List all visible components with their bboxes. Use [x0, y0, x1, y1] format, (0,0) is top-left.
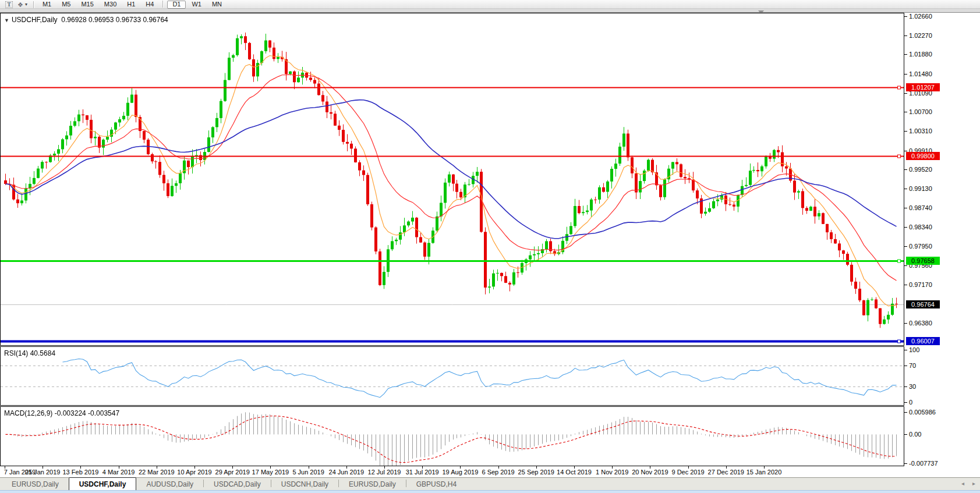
chart-ohlc-values: 0.96928 0.96953 0.96733 0.96764: [61, 16, 168, 24]
tab-eurusd-daily[interactable]: EURUSD,Daily: [339, 478, 406, 490]
axis-tick-label: 1.00310: [904, 127, 932, 135]
date-label: 5 Jun 2019: [292, 469, 324, 476]
date-label: 27 Dec 2019: [708, 469, 744, 476]
rsi-label: RSI(14) 40.5684: [4, 349, 55, 357]
axis-tick-label: 0.96380: [904, 320, 932, 327]
axis-tick-label: 100: [904, 346, 919, 354]
date-label: 29 Apr 2019: [215, 469, 250, 476]
axis-tick-label: 0.97950: [904, 243, 932, 250]
date-label: 25 Sep 2019: [518, 469, 554, 476]
tab-scroll-buttons: ◂▸: [961, 480, 975, 487]
date-label: 20 Nov 2019: [632, 469, 668, 476]
timeframe-button-m15[interactable]: M15: [76, 1, 98, 9]
tab-scroll-left-icon[interactable]: ◂: [961, 480, 964, 487]
window-bottom-edge: [0, 490, 980, 493]
timeframe-button-mn[interactable]: MN: [207, 1, 227, 9]
price-line-badge: 1.01207: [906, 83, 940, 91]
tab-eurusd-daily[interactable]: EURUSD,Daily: [2, 478, 69, 490]
macd-chart-canvas[interactable]: [1, 407, 904, 466]
tab-usdchf-daily[interactable]: USDCHF,Daily: [69, 477, 137, 490]
timeframe-button-d1[interactable]: D1: [167, 1, 186, 9]
price-axis: 1.026601.022701.018801.014801.010901.007…: [904, 13, 980, 477]
date-label: 24 Jun 2019: [329, 469, 365, 476]
chevron-down-icon: ▾: [25, 2, 27, 7]
tab-gbpusd-h4[interactable]: GBPUSD,H4: [406, 478, 466, 490]
tab-scroll-right-icon[interactable]: ▸: [972, 480, 975, 487]
date-label: 15 Jan 2020: [747, 469, 782, 476]
timeframe-button-m5[interactable]: M5: [57, 1, 75, 9]
price-line-badge: 0.97658: [906, 257, 940, 265]
text-label-icon: T: [5, 1, 13, 8]
date-label: 4 Mar 2019: [102, 469, 135, 476]
axis-tick-label: 0.00: [904, 431, 921, 438]
toolbar-separator: [33, 1, 34, 8]
axis-tick-label: 0: [904, 399, 912, 406]
macd-label: MACD(12,26,9) -0.003224 -0.003547: [4, 409, 119, 417]
chart-symbol-label: USDCHF,Daily: [12, 16, 58, 24]
price-chart-pane[interactable]: ▼USDCHF,Daily 0.96928 0.96953 0.96733 0.…: [0, 13, 904, 346]
axis-tick-label: 1.02270: [904, 32, 932, 40]
date-label: 12 Jul 2019: [368, 469, 401, 476]
date-label: 19 Aug 2019: [442, 469, 478, 476]
date-label: 31 Jul 2019: [406, 469, 439, 476]
tab-usdcnh-daily[interactable]: USDCNH,Daily: [271, 478, 338, 490]
axis-tick-label: 1.01880: [904, 51, 932, 58]
axis-tick-label: 1.00700: [904, 108, 932, 116]
top-toolbar: T ❖ ▾ M1M5M15M30H1H4D1W1MN: [0, 0, 980, 9]
timeframe-button-w1[interactable]: W1: [187, 1, 206, 9]
timeframe-button-m1[interactable]: M1: [38, 1, 56, 9]
date-label: 17 May 2019: [252, 469, 289, 476]
candlestick-chart-canvas[interactable]: [1, 13, 904, 345]
axis-tick-label: 0.98340: [904, 224, 932, 231]
macd-indicator-pane[interactable]: MACD(12,26,9) -0.003224 -0.003547: [0, 406, 904, 466]
timeframe-button-h4[interactable]: H4: [141, 1, 158, 9]
axis-tick-label: 0.005986: [904, 409, 936, 416]
price-line-badge: 0.99800: [906, 152, 940, 160]
tab-audusd-daily[interactable]: AUDUSD,Daily: [136, 478, 203, 490]
date-label: 6 Sep 2019: [482, 469, 514, 476]
text-label-tool-button[interactable]: T: [4, 1, 14, 9]
date-label: 13 Feb 2019: [63, 469, 99, 476]
axis-tick-label: 30: [904, 383, 916, 391]
chart-title: ▼USDCHF,Daily 0.96928 0.96953 0.96733 0.…: [4, 16, 168, 24]
rsi-indicator-pane[interactable]: RSI(14) 40.5684: [0, 346, 904, 406]
chart-workspace: ▼USDCHF,Daily 0.96928 0.96953 0.96733 0.…: [0, 13, 980, 477]
cycle-lines-icon: ❖: [17, 1, 23, 8]
axis-tick-label: 0.99520: [904, 166, 932, 173]
cycle-lines-tool-button[interactable]: ❖ ▾: [16, 1, 29, 9]
axis-tick-label: 70: [904, 362, 916, 370]
chart-tab-bar: EURUSD,DailyUSDCHF,DailyAUDUSD,DailyUSDC…: [0, 477, 980, 490]
axis-tick-label: 1.02660: [904, 13, 932, 20]
date-label: 14 Oct 2019: [557, 469, 592, 476]
axis-tick-label: -0.007737: [904, 460, 938, 467]
price-line-badge: 0.96007: [906, 337, 940, 345]
axis-tick-label: 1.01480: [904, 70, 932, 78]
date-axis: 7 Jan 201925 Jan 201913 Feb 20194 Mar 20…: [0, 466, 904, 477]
axis-tick-label: 0.97170: [904, 281, 932, 289]
timeframe-button-m30[interactable]: M30: [100, 1, 121, 9]
axis-tick-label: 0.98740: [904, 204, 932, 212]
axis-tick-label: 0.99130: [904, 185, 932, 193]
timeframe-group: M1M5M15M30H1H4D1W1MN: [37, 1, 227, 9]
date-label: 22 Mar 2019: [139, 469, 175, 476]
date-label: 9 Dec 2019: [671, 469, 704, 476]
rsi-chart-canvas[interactable]: [1, 347, 904, 405]
tab-usdcad-daily[interactable]: USDCAD,Daily: [204, 478, 271, 490]
date-label: 25 Jan 2019: [25, 469, 61, 476]
price-line-badge: 0.96764: [906, 300, 940, 308]
date-label: 1 Nov 2019: [596, 469, 628, 476]
date-label: 10 Apr 2019: [177, 469, 211, 476]
collapse-icon[interactable]: ▼: [4, 17, 9, 23]
toolbar-separator: [162, 1, 163, 8]
timeframe-button-h1[interactable]: H1: [122, 1, 140, 9]
